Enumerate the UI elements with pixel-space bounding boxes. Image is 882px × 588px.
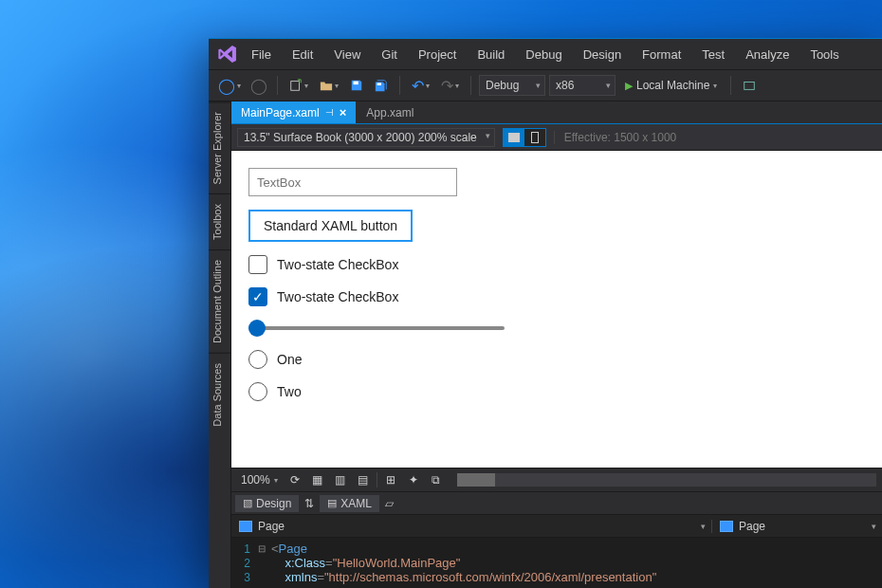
zoom-level-label: 100% [241,473,270,487]
device-preview-dropdown[interactable]: 13.5" Surface Book (3000 x 2000) 200% sc… [237,128,495,147]
design-tab-label: Design [256,497,291,510]
fold-icon[interactable]: ⊟ [258,543,271,554]
tab-label: App.xaml [366,106,413,119]
menu-tools[interactable]: Tools [801,44,847,65]
preview-form: Standard XAML button Two-state CheckBox … [231,151,882,418]
menu-analyze[interactable]: Analyze [737,44,798,65]
design-view-tab[interactable]: ▧ Design [235,495,299,512]
preview-button[interactable]: Standard XAML button [248,210,413,242]
code-icon[interactable]: ⧉ [427,471,446,488]
xaml-breadcrumb-bar: Page Page [231,515,882,538]
popout-button[interactable]: ▱ [381,495,397,512]
svg-rect-1 [354,82,358,85]
menu-git[interactable]: Git [373,44,406,65]
menu-edit[interactable]: Edit [284,44,322,65]
zoom-bar: 100% ▾ ⟳ ▦ ▥ ▤ ⊞ ✦ ⧉ [231,468,882,492]
document-tab-strip: MainPage.xaml ⊣ × App.xaml [231,101,882,124]
menu-build[interactable]: Build [469,44,513,65]
line-number: 3 [231,571,258,584]
code-token: < [271,542,279,556]
zoom-level-dropdown[interactable]: 100% ▾ [237,473,282,487]
code-token: "HelloWorld.MainPage" [333,556,461,570]
preview-checkbox-unchecked[interactable]: Two-state CheckBox [248,255,398,274]
save-button[interactable] [346,75,367,96]
grid-icon[interactable]: ▥ [331,471,350,488]
portrait-toggle[interactable] [524,129,545,146]
menu-design[interactable]: Design [575,44,630,65]
scrollbar-thumb[interactable] [457,473,495,487]
solution-platform-dropdown[interactable]: x86 [549,75,616,96]
grid-4-icon[interactable]: ▦ [308,471,327,488]
swap-panes-button[interactable]: ⇅ [301,495,318,512]
code-token: x:Class [285,556,325,570]
menu-test[interactable]: Test [693,44,733,65]
design-icon: ▧ [243,497,252,509]
tab-app-xaml[interactable]: App.xaml [357,101,424,123]
snap-icon[interactable]: ▤ [354,471,373,488]
preview-radio-two[interactable]: Two [248,382,302,401]
menu-view[interactable]: View [325,44,369,65]
main-toolbar: ◯▾ ◯ ▾ ▾ ↶▾ ↷▾ Debug x86 ▶ Local Machin [209,69,882,101]
code-token: xmlns [285,570,317,584]
xaml-view-tab[interactable]: ▤ XAML [320,495,379,512]
svg-rect-3 [744,83,755,90]
preview-checkbox-checked[interactable]: ✓ Two-state CheckBox [248,287,398,306]
side-tab-data-sources[interactable]: Data Sources [209,353,230,436]
toolbar-extra-icon[interactable] [739,75,760,96]
scope-label: Page [739,520,765,533]
snap-lines-icon[interactable]: ⊞ [381,471,400,488]
checkbox-icon [248,255,267,274]
effects-icon[interactable]: ✦ [404,471,423,488]
side-tab-toolbox[interactable]: Toolbox [209,193,230,249]
menu-project[interactable]: Project [410,44,465,65]
menu-debug[interactable]: Debug [517,44,570,65]
undo-button[interactable]: ↶▾ [408,75,433,96]
checkbox-checked-icon: ✓ [248,287,267,306]
visual-studio-window: File Edit View Git Project Build Debug D… [209,38,882,588]
landscape-toggle[interactable] [504,129,524,146]
preview-slider[interactable] [248,320,505,337]
pin-icon[interactable]: ⊣ [325,107,334,118]
slider-track [248,326,505,330]
xaml-tab-label: XAML [340,497,372,510]
tab-label: MainPage.xaml [241,106,320,119]
xaml-design-surface[interactable]: Standard XAML button Two-state CheckBox … [231,151,882,468]
menu-file[interactable]: File [243,44,280,65]
xaml-scope-left-dropdown[interactable]: Page [231,520,711,533]
effective-resolution-label: Effective: 1500 x 1000 [554,131,677,144]
refresh-icon[interactable]: ⟳ [285,471,304,488]
menu-format[interactable]: Format [634,44,689,65]
preview-radio-one[interactable]: One [248,350,302,369]
preview-textbox[interactable] [248,168,457,196]
side-tab-server-explorer[interactable]: Server Explorer [209,101,230,193]
redo-button[interactable]: ↷▾ [437,75,463,96]
play-icon: ▶ [625,80,633,92]
run-target-label: Local Machine [636,79,709,92]
toolbar-separator [730,76,731,95]
radio-icon [248,382,267,401]
side-tab-document-outline[interactable]: Document Outline [209,249,230,353]
radio-label: One [277,352,302,367]
visual-studio-logo-icon [216,43,239,65]
checkbox-label: Two-state CheckBox [277,289,398,304]
nav-forward-button[interactable]: ◯ [248,75,269,96]
open-file-button[interactable]: ▾ [316,75,342,96]
xaml-scope-right-dropdown[interactable]: Page [711,520,882,533]
xaml-code-editor[interactable]: 1 ⊟ <Page 2 x:Class="HelloWorld.MainPage… [231,538,882,588]
code-token: "http://schemas.microsoft.com/winfx/2006… [324,570,656,584]
tab-mainpage-xaml[interactable]: MainPage.xaml ⊣ × [231,101,357,123]
xaml-icon: ▤ [327,497,337,509]
nav-back-button[interactable]: ◯▾ [214,75,245,96]
code-line: 2 x:Class="HelloWorld.MainPage" [231,556,882,570]
save-all-button[interactable] [371,75,392,96]
slider-thumb[interactable] [248,320,266,337]
scope-label: Page [258,520,285,533]
content-row: Server Explorer Toolbox Document Outline… [209,101,882,588]
horizontal-scrollbar[interactable] [457,473,876,487]
start-debug-button[interactable]: ▶ Local Machine ▾ [619,75,723,96]
new-item-button[interactable]: ▾ [285,75,312,96]
toolbar-separator [470,76,471,95]
solution-config-dropdown[interactable]: Debug [479,75,545,96]
close-icon[interactable]: × [340,105,347,119]
svg-rect-0 [291,82,300,91]
